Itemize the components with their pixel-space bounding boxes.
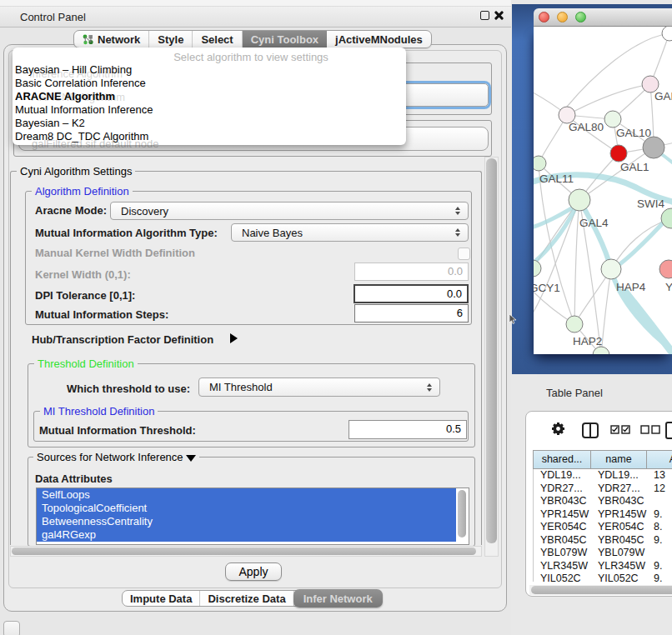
network-node[interactable] [659,260,672,278]
kernel-width-label: Kernel Width (0,1): [35,268,131,281]
mi-type-combo[interactable]: Naive Bayes [231,223,469,242]
apply-button[interactable]: Apply [225,562,282,581]
select-all-icon[interactable] [610,425,630,434]
tab-discretize-data[interactable]: Discretize Data [200,591,293,606]
network-node[interactable] [601,259,621,279]
list-item[interactable]: TopologicalCoefficient [37,502,456,515]
hub-expand-arrow-icon[interactable] [230,333,238,343]
new-table-icon[interactable] [665,422,672,439]
node-label: HAP2 [573,335,602,348]
control-panel: Control Panel Inference Algorithm galFil… [0,0,511,635]
list-item[interactable]: SelfLoops [37,488,456,502]
which-threshold-label: Which threshold to use: [67,382,190,395]
network-node[interactable] [534,156,546,171]
column-header[interactable]: name [590,450,646,469]
tab-jactivemnodules[interactable]: jActiveMNodules [327,31,431,48]
corner-button[interactable] [3,621,20,635]
tab-network[interactable]: Network [74,31,149,48]
kernel-width-field[interactable]: 0.0 [354,262,469,281]
hub-definition-label[interactable]: Hub/Transcription Factor Definition [32,333,213,346]
column-header[interactable]: A [646,450,672,469]
network-node[interactable] [643,137,664,158]
dpi-tolerance-field[interactable]: 0.0 [354,284,469,303]
threshold-definition-title: Threshold Definition [34,358,138,370]
tab-impute-data[interactable]: Impute Data [123,591,200,606]
control-panel-tabbar: Network Style Select Cyni Toolbox jActiv… [73,30,432,48]
mi-threshold-label: Mutual Information Threshold: [39,424,196,437]
sources-collapse-arrow-icon[interactable] [186,455,196,462]
network-node[interactable] [569,189,590,211]
tab-select[interactable]: Select [193,31,242,48]
tab-style[interactable]: Style [149,31,193,48]
dropdown-placeholder[interactable]: Select algorithm to view settings [13,51,406,63]
aracne-mode-value: Discovery [121,205,168,218]
mi-type-label: Mutual Information Algorithm Type: [35,227,218,239]
mi-threshold-field[interactable]: 0.5 [349,420,467,439]
node-label: SWI4 [637,198,664,210]
table-row[interactable]: YBL079W YBL079W [534,547,672,560]
table-panel-title: Table Panel [546,387,603,399]
cyni-algorithm-settings-title: Cyni Algorithm Settings [17,165,135,178]
column-header[interactable]: shared... [533,450,590,469]
table-row[interactable]: YPR145W YPR145W 9. [534,508,672,522]
network-node[interactable] [610,145,627,162]
tab-network-label: Network [98,33,140,46]
mouse-cursor [509,313,517,325]
sources-title-text: Sources for Network Inference [37,451,183,463]
settings-vscrollbar-thumb[interactable] [486,158,497,543]
right-panel: GALGAL80GAL10GAL1GAL11GAL4SWI4GCY1HAP4YH… [511,0,672,635]
table-hscrollbar[interactable] [529,585,672,595]
stepper-arrows-icon [454,228,462,238]
close-window-icon[interactable] [539,12,549,22]
table-row[interactable]: YDR27... YDR27... 12 [534,482,672,496]
minimize-window-icon[interactable] [557,12,568,22]
control-panel-titlebar: Control Panel [0,7,511,28]
which-threshold-combo[interactable]: MI Threshold [198,378,440,397]
table-row[interactable]: YBR043C YBR043C [534,495,672,508]
gear-icon[interactable] [550,421,566,437]
table-body: YDL19... YDL19... 13 YDR27... YDR27... 1… [533,469,672,582]
table-hscrollbar-thumb[interactable] [531,586,672,594]
network-node[interactable] [566,316,583,332]
aracne-mode-combo[interactable]: Discovery [110,202,469,220]
control-panel-title: Control Panel [20,11,86,23]
list-item[interactable]: BetweennessCentrality [37,515,456,528]
mi-steps-field[interactable]: 6 [354,304,469,322]
network-view-frame: GALGAL80GAL10GAL1GAL11GAL4SWI4GCY1HAP4YH… [512,4,672,374]
network-canvas[interactable]: GALGAL80GAL10GAL1GAL11GAL4SWI4GCY1HAP4YH… [534,27,672,354]
network-node[interactable] [662,27,672,41]
table-row[interactable]: YDL19... YDL19... 13 [534,469,672,482]
table-row[interactable]: YER054C YER054C 8. [534,521,672,534]
table-row[interactable]: YLR345W YLR345W 9. [534,560,672,573]
node-label: GAL [654,90,672,102]
network-node[interactable] [534,260,541,277]
settings-hscrollbar-thumb[interactable] [12,548,476,555]
data-attributes-label: Data Attributes [35,472,113,485]
mi-steps-label: Mutual Information Steps: [35,308,168,321]
data-attributes-list[interactable]: SelfLoopsTopologicalCoefficientBetweenne… [36,488,469,545]
mi-type-value: Naive Bayes [242,227,303,239]
columns-icon[interactable] [582,422,599,438]
node-label: GAL1 [620,161,649,173]
zoom-window-icon[interactable] [575,12,586,22]
deselect-all-icon[interactable] [640,425,660,434]
aracne-mode-label: Aracne Mode: [35,204,107,217]
mi-threshold-group-title: MI Threshold Definition [40,405,158,418]
list-scrollbar-thumb[interactable] [458,490,466,538]
table-row[interactable]: YBR045C YBR045C 9. [534,534,672,548]
manual-kernel-checkbox[interactable] [458,248,470,260]
list-item[interactable]: gal4RGexp [37,528,456,542]
float-window-button[interactable] [480,11,489,20]
network-window-titlebar[interactable] [534,8,672,27]
dropdown-item[interactable]: Bayesian – K2 [13,117,406,130]
tab-infer-network[interactable]: Infer Network [293,589,383,608]
node-label: GAL10 [616,127,651,139]
close-panel-button[interactable] [494,11,504,20]
network-node[interactable] [604,111,621,128]
dropdown-item[interactable]: Mutual Information Inference [13,103,406,117]
node-label: GAL11 [539,172,574,185]
tab-cyni-toolbox[interactable]: Cyni Toolbox [243,31,327,48]
table-row[interactable]: YIL052C YIL052C 9. [534,572,672,582]
node-label: GAL80 [569,121,604,133]
algorithm-definition-title: Algorithm Definition [32,185,133,198]
